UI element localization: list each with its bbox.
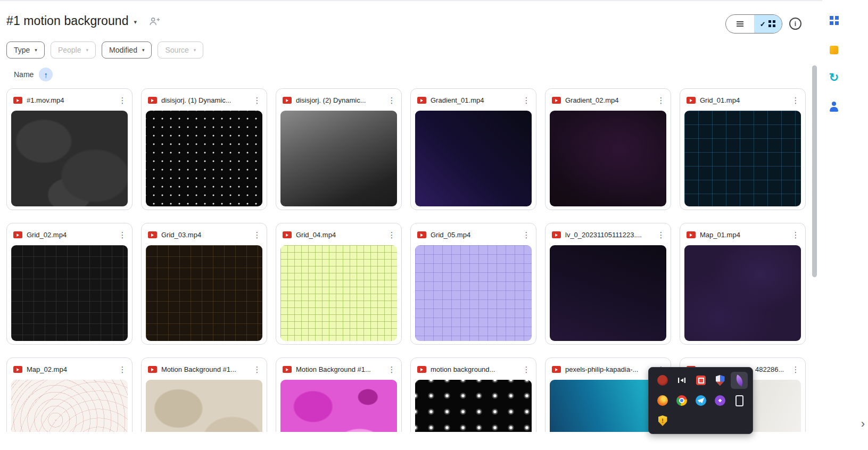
filter-chip-modified[interactable]: Modified ▾: [102, 41, 152, 59]
orange-square-app-icon[interactable]: [828, 44, 840, 56]
file-thumbnail[interactable]: [11, 245, 128, 341]
file-name: Grid_02.mp4: [27, 231, 114, 239]
chrome-icon[interactable]: [673, 392, 690, 409]
purple-flower-glyph: [715, 395, 725, 406]
video-file-icon: [283, 366, 292, 373]
blue-grid-app-icon[interactable]: [828, 14, 840, 27]
shield-glyph: [716, 375, 725, 386]
more-options-icon[interactable]: ⋮: [387, 365, 396, 374]
filter-chip-people[interactable]: People ▾: [51, 41, 96, 59]
file-thumbnail[interactable]: [684, 245, 801, 341]
blue-grid-glyph: [830, 16, 833, 20]
more-options-icon[interactable]: ⋮: [522, 96, 531, 105]
telegram-icon[interactable]: [692, 392, 709, 409]
file-thumbnail[interactable]: [415, 111, 532, 206]
teal-sync-app-icon[interactable]: ↻: [828, 71, 840, 84]
more-options-icon[interactable]: ⋮: [118, 230, 127, 240]
chip-label: Modified: [109, 46, 137, 54]
video-file-icon: [687, 97, 696, 104]
warning-shield-icon[interactable]: !: [654, 412, 671, 429]
chevron-down-icon: ▾: [142, 47, 145, 53]
more-options-icon[interactable]: ⋮: [387, 230, 396, 240]
file-name: Grid_05.mp4: [431, 231, 518, 239]
file-name: Map_01.mp4: [700, 231, 787, 239]
red-square-glyph: [696, 376, 706, 385]
file-card[interactable]: Grid_02.mp4⋮: [6, 223, 133, 345]
red-circle-app-icon[interactable]: [654, 372, 671, 389]
file-name: #1.mov.mp4: [27, 96, 114, 104]
purple-flower-app-icon[interactable]: [712, 392, 729, 409]
file-name: motion background...: [431, 365, 518, 373]
more-options-icon[interactable]: ⋮: [791, 365, 800, 374]
phone-link-icon[interactable]: [731, 392, 748, 409]
more-options-icon[interactable]: ⋮: [657, 96, 665, 105]
file-card[interactable]: Gradient_01.mp4⋮: [410, 88, 536, 210]
file-thumbnail[interactable]: [146, 111, 262, 206]
file-card[interactable]: Grid_01.mp4⋮: [680, 88, 806, 210]
view-toggle: ✓: [725, 14, 782, 34]
red-square-app-icon[interactable]: [692, 372, 709, 389]
chip-label: Type: [14, 46, 30, 54]
more-options-icon[interactable]: ⋮: [253, 96, 261, 105]
list-view-button[interactable]: [726, 15, 754, 33]
file-card[interactable]: Grid_03.mp4⋮: [141, 223, 267, 345]
sort-by-name-label[interactable]: Name: [14, 70, 34, 79]
file-thumbnail[interactable]: [280, 111, 397, 206]
file-name: Grid_04.mp4: [296, 231, 383, 239]
file-card[interactable]: Grid_05.mp4⋮: [410, 223, 536, 345]
file-name: Grid_01.mp4: [700, 96, 787, 104]
video-file-icon: [552, 366, 561, 373]
feather-pen-app-icon[interactable]: [731, 372, 748, 389]
file-card[interactable]: disisjorj. (1) Dynamic...⋮: [141, 88, 267, 210]
file-thumbnail[interactable]: [550, 111, 666, 206]
display-app-icon[interactable]: [673, 372, 690, 389]
sort-ascending-button[interactable]: ↑: [39, 68, 53, 81]
more-options-icon[interactable]: ⋮: [387, 96, 396, 105]
more-options-icon[interactable]: ⋮: [118, 365, 127, 374]
more-options-icon[interactable]: ⋮: [253, 230, 261, 240]
file-thumbnail[interactable]: [550, 245, 666, 341]
file-card[interactable]: Map_01.mp4⋮: [680, 223, 806, 345]
orange-circle-app-icon[interactable]: [654, 392, 671, 409]
video-file-icon: [687, 231, 696, 238]
scrollbar-thumb[interactable]: [812, 65, 817, 277]
info-button[interactable]: i: [789, 18, 801, 30]
video-file-icon: [283, 231, 292, 238]
more-options-icon[interactable]: ⋮: [657, 230, 665, 240]
file-thumbnail[interactable]: [280, 245, 397, 341]
file-card[interactable]: lv_0_20231105111223....⋮: [545, 223, 671, 345]
file-name: Gradient_01.mp4: [431, 96, 518, 104]
video-file-icon: [417, 366, 426, 373]
file-thumbnail[interactable]: [11, 111, 128, 206]
file-thumbnail[interactable]: [684, 111, 801, 206]
video-file-icon: [552, 97, 561, 104]
filter-chip-type[interactable]: Type ▾: [6, 41, 45, 59]
file-card[interactable]: #1.mov.mp4⋮: [6, 88, 133, 210]
file-card[interactable]: Grid_04.mp4⋮: [276, 223, 402, 345]
video-file-icon: [13, 97, 22, 104]
more-options-icon[interactable]: ⋮: [522, 365, 531, 374]
grid-view-button[interactable]: ✓: [754, 15, 782, 33]
file-card[interactable]: Gradient_02.mp4⋮: [545, 88, 671, 210]
more-options-icon[interactable]: ⋮: [522, 230, 531, 240]
security-shield-icon[interactable]: [712, 372, 729, 389]
video-file-icon: [283, 97, 292, 104]
more-options-icon[interactable]: ⋮: [791, 230, 800, 240]
more-options-icon[interactable]: ⋮: [791, 96, 800, 105]
grid-view-icon: [768, 20, 771, 23]
profile-person-icon[interactable]: [828, 100, 840, 113]
file-card[interactable]: disisjorj. (2) Dynamic...⋮: [276, 88, 402, 210]
chevron-down-icon: ▾: [86, 47, 88, 53]
file-thumbnail[interactable]: [146, 245, 262, 341]
more-options-icon[interactable]: ⋮: [253, 365, 261, 374]
filter-chip-source[interactable]: Source ▾: [158, 41, 203, 59]
more-options-icon[interactable]: ⋮: [118, 96, 127, 105]
share-members-icon[interactable]: [148, 15, 160, 27]
sort-control: Name ↑: [14, 68, 53, 81]
file-thumbnail[interactable]: [415, 245, 532, 341]
expand-chevron-icon[interactable]: ›: [861, 418, 865, 430]
folder-header: #1 motion background ▾: [6, 14, 160, 28]
file-name: Motion Background #1...: [296, 365, 383, 373]
chevron-down-icon: ▾: [194, 47, 196, 53]
folder-dropdown-caret-icon[interactable]: ▾: [134, 19, 137, 26]
